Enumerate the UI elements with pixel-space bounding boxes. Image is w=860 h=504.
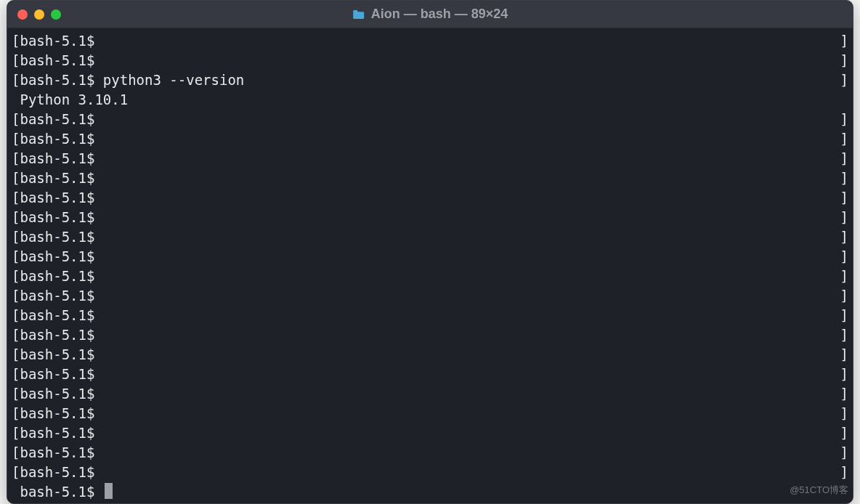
terminal-line: bash-5.1$ [12,482,848,502]
terminal-line: [bash-5.1$ ] [12,286,848,306]
terminal-line: [bash-5.1$ ] [12,129,848,149]
terminal-window: Aion — bash — 89×24 [bash-5.1$ ][bash-5.… [7,0,853,504]
terminal-prompt: [bash-5.1$ [12,365,103,384]
terminal-line-end: ] [840,404,848,423]
terminal-line-end: ] [840,345,848,365]
terminal-line-end: ] [840,247,848,267]
terminal-line: [bash-5.1$ ] [12,463,848,482]
terminal-line: [bash-5.1$ ] [12,247,848,267]
terminal-prompt: [bash-5.1$ [12,188,103,208]
minimize-button[interactable] [34,9,44,20]
terminal-prompt: [bash-5.1$ [12,463,103,482]
terminal-line: [bash-5.1$ ] [12,188,848,208]
terminal-line: [bash-5.1$ ] [12,149,848,168]
terminal-line: [bash-5.1$ python3 --version] [12,70,848,90]
terminal-line-end: ] [840,286,848,306]
terminal-prompt: [bash-5.1$ [12,443,103,463]
terminal-prompt: [bash-5.1$ [12,267,103,286]
terminal-line: [bash-5.1$ ] [12,227,848,247]
terminal-prompt: [bash-5.1$ [12,129,103,149]
terminal-prompt: [bash-5.1$ [12,404,103,423]
terminal-command: [bash-5.1$ python3 --version [12,70,244,90]
terminal-line: [bash-5.1$ ] [12,325,848,345]
terminal-line-end: ] [840,227,848,247]
terminal-line: [bash-5.1$ ] [12,365,848,384]
terminal-line: [bash-5.1$ ] [12,443,848,463]
terminal-line-end: ] [840,384,848,404]
terminal-line: [bash-5.1$ ] [12,31,848,51]
terminal-prompt: [bash-5.1$ [12,149,103,168]
terminal-prompt: [bash-5.1$ [12,168,103,188]
terminal-line-end: ] [840,443,848,463]
terminal-line-end: ] [840,149,848,168]
terminal-line-end: ] [840,325,848,345]
terminal-line: [bash-5.1$ ] [12,345,848,365]
terminal-cursor[interactable] [105,483,113,499]
terminal-prompt: [bash-5.1$ [12,345,103,365]
terminal-line: [bash-5.1$ ] [12,208,848,227]
terminal-line-end: ] [840,365,848,384]
terminal-prompt: [bash-5.1$ [12,306,103,325]
close-button[interactable] [17,9,28,20]
terminal-line: [bash-5.1$ ] [12,404,848,423]
terminal-output: Python 3.10.1 [12,90,128,110]
terminal-line: [bash-5.1$ ] [12,384,848,404]
terminal-prompt: [bash-5.1$ [12,423,103,443]
maximize-button[interactable] [51,9,61,20]
terminal-prompt: [bash-5.1$ [12,208,103,227]
terminal-prompt: [bash-5.1$ [12,31,103,51]
terminal-line: [bash-5.1$ ] [12,423,848,443]
terminal-line-end: ] [840,423,848,443]
terminal-prompt: [bash-5.1$ [12,51,103,70]
terminal-line-end: ] [840,267,848,286]
terminal-line-end: ] [840,70,848,90]
terminal-prompt: [bash-5.1$ [12,227,103,247]
terminal-prompt: [bash-5.1$ [12,325,103,345]
terminal-prompt: bash-5.1$ [12,482,113,502]
terminal-line-end: ] [840,188,848,208]
terminal-line: Python 3.10.1 [12,90,848,110]
terminal-line: [bash-5.1$ ] [12,306,848,325]
traffic-lights [17,9,61,20]
terminal-line: [bash-5.1$ ] [12,110,848,129]
window-title: Aion — bash — 89×24 [371,7,508,22]
terminal-prompt: [bash-5.1$ [12,384,103,404]
title-bar[interactable]: Aion — bash — 89×24 [7,1,853,28]
terminal-prompt: [bash-5.1$ [12,286,103,306]
terminal-prompt: [bash-5.1$ [12,110,103,129]
terminal-line-end: ] [840,129,848,149]
terminal-prompt: [bash-5.1$ [12,247,103,267]
terminal-line-end: ] [840,208,848,227]
folder-icon [352,9,365,20]
terminal-body[interactable]: [bash-5.1$ ][bash-5.1$ ][bash-5.1$ pytho… [7,28,853,503]
terminal-line-end: ] [840,168,848,188]
terminal-line-end: ] [840,31,848,51]
terminal-line-end: ] [840,51,848,70]
terminal-line-end: ] [840,463,848,482]
terminal-line: [bash-5.1$ ] [12,168,848,188]
window-title-group: Aion — bash — 89×24 [352,7,508,22]
terminal-line-end: ] [840,306,848,325]
terminal-line: [bash-5.1$ ] [12,51,848,70]
terminal-line-end: ] [840,110,848,129]
terminal-line: [bash-5.1$ ] [12,267,848,286]
